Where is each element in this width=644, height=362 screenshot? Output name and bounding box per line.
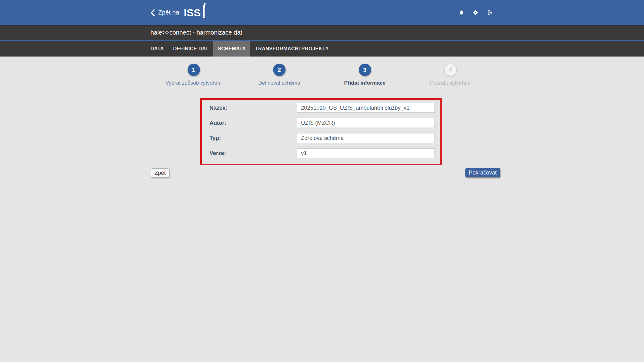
step-3: 3 Přidat informace (322, 64, 408, 86)
typ-input[interactable] (297, 133, 435, 143)
tab-transformacni-projekty[interactable]: TRANSFORMAČNÍ PROJEKTY (250, 41, 333, 57)
step-1-label: Vybrat způsob vytvoření (166, 80, 222, 86)
page-title: hale>>connect - harmonizace dat (150, 25, 242, 40)
step-2-circle: 2 (273, 64, 286, 76)
main-nav-tabs: DATA DEFINICE DAT SCHÉMATA TRANSFORMAČNÍ… (0, 41, 644, 57)
back-button[interactable]: Zpět (151, 168, 169, 178)
nazev-input[interactable] (297, 103, 435, 113)
schema-info-form-highlight: Název: Autor: Typ: Verze: (200, 98, 442, 165)
back-to-issi-link[interactable]: Zpět na ISS (150, 0, 206, 25)
issi-flute-icon (201, 2, 206, 19)
tab-definice-dat[interactable]: DEFINICE DAT (168, 41, 213, 57)
form-row-typ: Typ: (202, 133, 440, 143)
topbar-icons (459, 0, 493, 25)
step-2: 2 Definovat schéma (236, 64, 322, 86)
top-bar: Zpět na ISS (0, 0, 644, 25)
issi-logo: ISS (184, 5, 206, 21)
app-title-bar: hale>>connect - harmonizace dat (0, 25, 644, 40)
step-1-circle: 1 (188, 64, 200, 76)
chevron-left-icon (150, 9, 155, 16)
autor-input[interactable] (297, 118, 435, 128)
form-row-verze: Verze: (202, 148, 440, 158)
tab-schemata[interactable]: SCHÉMATA (213, 41, 251, 57)
gear-icon[interactable] (473, 10, 478, 15)
sign-out-icon[interactable] (487, 10, 493, 15)
step-3-circle: 3 (359, 64, 371, 76)
nazev-label: Název: (210, 103, 227, 113)
issi-logo-text: ISS (184, 7, 201, 18)
back-label: Zpět na (158, 9, 179, 16)
form-row-nazev: Název: (202, 103, 440, 113)
step-4-label: Potvrdit vytvoření (430, 80, 471, 86)
step-2-label: Definovat schéma (258, 80, 300, 86)
step-3-label: Přidat informace (344, 80, 385, 86)
step-1: 1 Vybrat způsob vytvoření (151, 64, 236, 86)
autor-label: Autor: (210, 118, 226, 128)
verze-input[interactable] (297, 148, 435, 158)
step-4-circle: 4 (444, 64, 457, 76)
tab-data[interactable]: DATA (146, 41, 168, 57)
bell-icon[interactable] (459, 10, 464, 15)
step-4: 4 Potvrdit vytvoření (408, 64, 493, 86)
typ-label: Typ: (210, 133, 221, 143)
wizard-stepper: 1 Vybrat způsob vytvoření 2 Definovat sc… (151, 64, 493, 86)
continue-button[interactable]: Pokračovat (465, 168, 500, 177)
form-row-autor: Autor: (202, 118, 440, 128)
verze-label: Verze: (210, 148, 226, 158)
